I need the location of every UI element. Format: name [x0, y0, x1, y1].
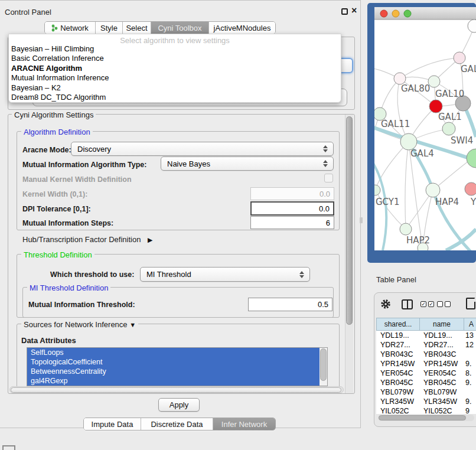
data-attributes-label: Data Attributes [21, 336, 76, 345]
tab-jactivemnodules[interactable]: jActiveMNodules [209, 22, 275, 34]
manual-kernel-checkbox[interactable] [324, 174, 333, 182]
attribute-item[interactable]: BetweennessCentrality [27, 367, 319, 376]
network-node[interactable] [442, 122, 455, 135]
network-node[interactable] [454, 52, 465, 64]
mi-type-value: Naive Bayes [167, 159, 210, 168]
table-row[interactable]: YPR145WYPR145W9. [376, 359, 476, 369]
close-icon[interactable]: × [351, 5, 357, 16]
dpi-tolerance-label: DPI Tolerance [0,1]: [22, 205, 91, 213]
data-attributes-list[interactable]: SelfLoopsTopologicalCoefficientBetweenne… [27, 347, 328, 386]
float-window-icon[interactable] [341, 8, 348, 15]
tab-style[interactable]: Style [96, 22, 123, 34]
kernel-width-field[interactable]: 0.0 [250, 187, 334, 200]
network-node[interactable] [465, 182, 476, 195]
tab-select[interactable]: Select [123, 22, 151, 34]
tab-discretize-data[interactable]: Discretize Data [141, 418, 213, 430]
mac-close-button[interactable] [380, 10, 387, 17]
network-node[interactable] [400, 223, 412, 235]
attributes-scrollbar-thumb[interactable] [320, 348, 327, 381]
mi-steps-label: Mutual Information Steps: [22, 219, 113, 227]
mi-threshold-field[interactable]: 0.5 [248, 298, 332, 311]
mi-threshold-label: Mutual Information Threshold: [28, 301, 135, 309]
settings-hscrollbar-thumb[interactable] [11, 387, 341, 393]
table-row[interactable]: YBL079WYBL079W [376, 387, 476, 397]
select-all-check-icon[interactable]: ✓ [428, 301, 434, 307]
table-body[interactable]: YDL19...YDL19...13YDR27...YDR27...12YBR0… [376, 331, 476, 414]
attribute-item[interactable]: SelfLoops [27, 348, 319, 357]
columns-icon[interactable] [402, 299, 413, 309]
tab-network[interactable]: Network [45, 22, 96, 34]
network-titlebar[interactable] [374, 7, 476, 19]
table-row[interactable]: YDL19...YDL19...13 [376, 331, 476, 340]
table-cell: YBL079W [376, 387, 419, 397]
table-cell: 13 [464, 331, 474, 340]
network-node[interactable] [429, 100, 442, 113]
table-cell: YBR043C [376, 350, 419, 359]
node-label: SWI4 [451, 135, 473, 146]
algorithm-option[interactable]: Mutual Information Inference [9, 73, 341, 83]
table-row[interactable]: YDR27...YDR27...12 [376, 340, 476, 350]
mi-type-combo[interactable]: Naive Bayes [161, 156, 334, 171]
table-cell: YPR145W [419, 359, 464, 369]
node-label: HAP4 [435, 197, 459, 207]
sources-toggle[interactable]: Sources for Network Inference ▼ [21, 320, 138, 329]
table-hscrollbar-thumb[interactable] [379, 415, 466, 420]
aracne-mode-combo[interactable]: Discovery [71, 142, 334, 156]
network-node[interactable] [394, 73, 406, 84]
algorithm-option[interactable]: Bayesian – K2 [9, 83, 341, 93]
mi-steps-field[interactable]: 6 [250, 216, 334, 229]
column-header[interactable]: shared... [376, 318, 419, 331]
table-cell: YBR043C [419, 350, 464, 359]
mi-type-label: Mutual Information Algorithm Type: [22, 161, 146, 169]
tab-label: jActiveMNodules [214, 24, 271, 32]
apply-button[interactable]: Apply [158, 398, 200, 412]
node-label: GAL10 [435, 89, 464, 99]
hub-definition-toggle[interactable]: Hub/Transcription Factor Definition ▶ [22, 235, 152, 244]
which-threshold-label: Which threshold to use: [50, 270, 134, 279]
deselect-all-check-icon[interactable] [437, 301, 443, 307]
table-cell: YPR145W [376, 359, 419, 369]
network-node[interactable] [400, 133, 417, 150]
dropdown-item-list: Bayesian – Hill ClimbingBasic Correlatio… [9, 44, 341, 102]
mac-zoom-button[interactable] [404, 10, 411, 17]
column-header[interactable]: A [464, 318, 476, 331]
table-row[interactable]: YBR043CYBR043C [376, 350, 476, 359]
attribute-item[interactable]: TopologicalCoefficient [27, 357, 319, 367]
tab-cyni-toolbox[interactable]: Cyni Toolbox [151, 22, 209, 34]
which-threshold-combo[interactable]: MI Threshold [140, 267, 310, 282]
mac-minimize-button[interactable] [392, 10, 399, 17]
table-cell: YBR045C [376, 378, 419, 387]
dropdown-placeholder: Select algorithm to view settings [9, 34, 341, 44]
table-row[interactable]: YER054CYER054C8. [376, 369, 476, 378]
dpi-tolerance-field[interactable]: 0.0 [250, 201, 334, 216]
column-header[interactable]: name [419, 318, 464, 331]
gear-icon[interactable] [380, 298, 392, 310]
splitter-handle[interactable] [360, 217, 363, 223]
aracne-mode-label: Aracne Mode: [22, 146, 71, 154]
table-row[interactable]: YIL052CYIL052C9 [376, 406, 476, 414]
tab-label: Style [100, 24, 118, 32]
table-cell: YBL079W [419, 387, 464, 397]
page-icon[interactable] [466, 298, 475, 309]
settings-scrollbar-thumb[interactable] [346, 116, 353, 325]
algorithm-option[interactable]: Basic Correlation Inference [9, 54, 341, 63]
network-view-window[interactable]: GALGAL80GAL10GAL1GAL11SWI4GAL4GCY1HAP4YH… [367, 3, 476, 263]
tab-impute-data[interactable]: Impute Data [84, 418, 141, 430]
algorithm-option[interactable]: Dream8 DC_TDC Algorithm [9, 93, 341, 102]
tab-infer-network[interactable]: Infer Network [213, 418, 275, 430]
table-row[interactable]: YLR345WYLR345W9. [376, 397, 476, 406]
corner-widget-icon[interactable] [2, 445, 15, 450]
algorithm-option[interactable]: ARACNE Algorithm [9, 64, 341, 73]
select-all-check-icon[interactable]: ✓ [420, 301, 426, 307]
table-row[interactable]: YBR045CYBR045C9. [376, 378, 476, 387]
table-cell: YIL052C [376, 406, 419, 414]
deselect-all-check-icon[interactable] [445, 301, 451, 307]
network-node[interactable] [426, 183, 440, 197]
table-cell: 12 [464, 340, 474, 350]
node-label: GCY1 [376, 197, 400, 207]
hub-definition-label: Hub/Transcription Factor Definition [22, 235, 141, 244]
attribute-item[interactable]: gal4RGexp [27, 376, 319, 386]
sources-title: Sources for Network Inference [24, 320, 128, 329]
algorithm-option[interactable]: Bayesian – Hill Climbing [9, 44, 341, 54]
tab-label: Impute Data [92, 420, 133, 429]
